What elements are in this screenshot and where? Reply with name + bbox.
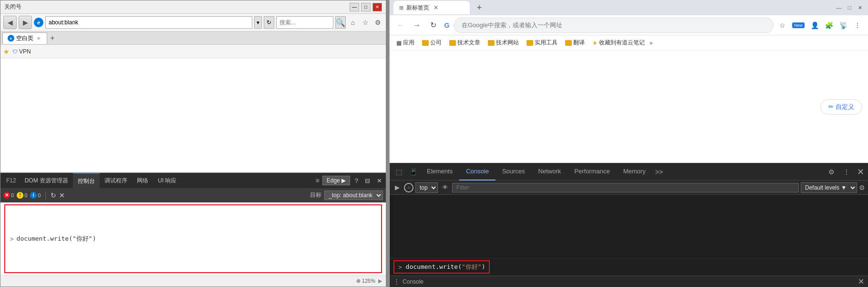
ie-home-btn[interactable]: ⌂ (348, 16, 358, 29)
tech-sites-label: 技术网站 (496, 39, 519, 47)
chrome-ext-btn[interactable]: New (790, 19, 807, 32)
ie-back-btn[interactable]: ◀ (3, 16, 17, 29)
ie-address-dropdown[interactable]: ▼ (254, 16, 262, 29)
ie-dt-tab-ui[interactable]: UI 响应 (153, 173, 181, 188)
chrome-dt-filter-input[interactable] (452, 183, 799, 192)
ie-refresh-btn[interactable]: ↻ (264, 16, 274, 29)
chrome-tab-newtab[interactable]: ⊞ 新标签页 ✕ (393, 1, 470, 14)
chrome-devtools: ⬚ 📱 Elements Console Sources Network Per… (390, 163, 868, 287)
ie-dt-reload-icon[interactable]: ↻ (51, 191, 56, 199)
chrome-maximize-btn[interactable]: □ (845, 3, 854, 12)
ie-maximize-btn[interactable]: □ (361, 3, 371, 11)
ie-settings-btn[interactable]: ⚙ (372, 16, 383, 29)
chrome-cast-btn[interactable]: 📡 (837, 19, 850, 32)
ie-dt-filter-icon: ≡ (316, 177, 320, 184)
ie-fav-vpn[interactable]: 🛡 VPN (12, 48, 31, 55)
chrome-bookmarks-more-btn[interactable]: » (650, 40, 653, 46)
ie-tab-close-btn[interactable]: × (35, 35, 42, 42)
chrome-toolbar-icons: ☆ New 👤 🧩 📡 ⋮ (775, 19, 864, 32)
ie-address-bar[interactable] (45, 16, 252, 29)
ie-dt-target-select[interactable]: _top: about:blank (324, 191, 383, 200)
ie-dt-undock-btn[interactable]: ⊟ (363, 177, 372, 184)
chrome-nav-bar: ← → ↻ G ☆ New 👤 🧩 📡 ⋮ (390, 15, 868, 35)
ie-dt-edge-btn[interactable]: Edge ▶ (322, 176, 350, 185)
ie-dt-target-label: 目标 (310, 191, 321, 199)
ie-dt-tab-network[interactable]: 网络 (132, 173, 153, 188)
chrome-bk-tools[interactable]: 实用工具 (524, 38, 560, 48)
ie-dt-clear-icon[interactable]: ✕ (59, 191, 65, 199)
ie-tab-bar: e 空白页 × + (0, 32, 386, 45)
chrome-devtools-tabbar: ⬚ 📱 Elements Console Sources Network Per… (390, 163, 868, 181)
chrome-dt-menu-icon[interactable]: ⋮ (393, 278, 400, 285)
ie-minimize-btn[interactable]: — (350, 3, 359, 11)
chrome-dt-close-btn[interactable]: ✕ (855, 167, 866, 177)
chrome-dt-more-tabs[interactable]: >> (652, 168, 666, 176)
ie-tab-blank[interactable]: e 空白页 × (2, 32, 47, 44)
chrome-dt-tab-network[interactable]: Network (532, 163, 568, 181)
ie-logo: e (34, 18, 43, 27)
ie-dt-help-btn[interactable]: ? (353, 177, 360, 184)
chrome-bk-tech-articles[interactable]: 技术文章 (446, 38, 483, 48)
chrome-extensions-area: New (790, 19, 807, 32)
ie-console-code[interactable]: document.write("你好") (17, 234, 376, 243)
chrome-dt-eye-icon[interactable]: 👁 (440, 182, 450, 193)
chrome-menu-btn[interactable]: ⋮ (851, 19, 864, 32)
chrome-bookmark-btn[interactable]: ☆ (775, 19, 789, 32)
chrome-dt-run-icon[interactable]: ▶ (393, 183, 402, 192)
chrome-dt-gear-icon[interactable]: ⚙ (859, 184, 865, 191)
chrome-dt-tab-console[interactable]: Console (459, 163, 496, 181)
chrome-dt-console-code[interactable]: document.write("你好") (406, 263, 486, 271)
chrome-dt-device-icon[interactable]: 📱 (406, 165, 420, 179)
chrome-bookmarks-bar: ▦ 应用 公司 技术文章 技术网站 实用工具 翻译 ★ 收藏到有道云笔记 » (390, 35, 868, 51)
chrome-ext-puzzle-btn[interactable]: 🧩 (822, 19, 836, 32)
chrome-dt-inspect-icon[interactable]: ⬚ (392, 165, 406, 179)
ie-star-btn[interactable]: ☆ (360, 16, 371, 29)
chrome-apps-btn[interactable]: ▦ 应用 (393, 38, 417, 48)
chrome-dt-tab-performance[interactable]: Performance (568, 163, 616, 181)
chrome-customize-btn[interactable]: ✏ 自定义 (820, 99, 862, 115)
chrome-dt-tab-elements[interactable]: Elements (420, 163, 459, 181)
ie-search-input[interactable] (276, 16, 333, 29)
chrome-bk-youdao[interactable]: ★ 收藏到有道云笔记 (589, 38, 648, 48)
chrome-forward-btn[interactable]: → (410, 18, 424, 32)
ie-forward-btn[interactable]: ▶ (19, 16, 32, 29)
ie-new-tab-btn[interactable]: + (47, 33, 58, 43)
chrome-dt-context-select[interactable]: top (415, 182, 438, 193)
folder-icon (565, 40, 572, 46)
ie-dt-tab-dom[interactable]: DOM 资源管理器 (20, 173, 73, 188)
chrome-back-btn[interactable]: ← (393, 18, 408, 32)
ie-search-btn[interactable]: 🔍 (335, 16, 346, 29)
chrome-dt-settings-btn[interactable]: ⚙ (825, 165, 838, 179)
chrome-close-btn[interactable]: ✕ (856, 3, 864, 12)
chrome-account-btn[interactable]: 👤 (808, 19, 821, 32)
chrome-new-tab-btn[interactable]: + (473, 1, 486, 14)
chrome-dt-more-btn[interactable]: ⋮ (840, 165, 853, 179)
chrome-bk-translate[interactable]: 翻译 (562, 38, 588, 48)
chrome-address-bar[interactable] (454, 18, 774, 33)
chrome-dt-tab-sources[interactable]: Sources (496, 163, 532, 181)
chrome-bk-tech-sites[interactable]: 技术网站 (485, 38, 522, 48)
ie-close-btn[interactable]: ✕ (372, 3, 382, 11)
ie-window-controls: — □ ✕ (350, 3, 382, 11)
ie-vpn-label: VPN (19, 48, 31, 55)
ie-dt-close-btn[interactable]: ✕ (375, 177, 384, 184)
ie-devtools-right-controls: ≡ Edge ▶ ? ⊟ ✕ (316, 176, 384, 185)
chrome-refresh-btn[interactable]: ↻ (426, 18, 440, 32)
ie-edge-label: Edge (327, 177, 340, 184)
ie-warning-icon: ! (17, 192, 23, 199)
chrome-dt-levels-select[interactable]: Default levels ▼ (801, 182, 857, 193)
chrome-tab-close-btn[interactable]: ✕ (432, 4, 440, 11)
folder-icon (488, 40, 495, 46)
chrome-dt-bottom-close-btn[interactable]: ✕ (858, 277, 864, 286)
ie-info-count: 0 (38, 192, 41, 198)
chrome-minimize-btn[interactable]: — (835, 3, 843, 12)
ie-dt-tab-console[interactable]: 控制台 (73, 173, 100, 188)
chrome-dt-console-toolbar: ▶ ○ top 👁 Default levels ▼ ⚙ (390, 181, 868, 195)
chrome-new-badge: New (792, 22, 805, 28)
chrome-dt-tab-memory[interactable]: Memory (617, 163, 652, 181)
ie-content-area (0, 58, 386, 172)
ie-dt-tab-debugger[interactable]: 调试程序 (100, 173, 132, 188)
chrome-dt-record-btn[interactable]: ○ (404, 183, 413, 192)
ie-f12-label: F12 (2, 177, 20, 184)
chrome-bk-company[interactable]: 公司 (419, 38, 444, 48)
